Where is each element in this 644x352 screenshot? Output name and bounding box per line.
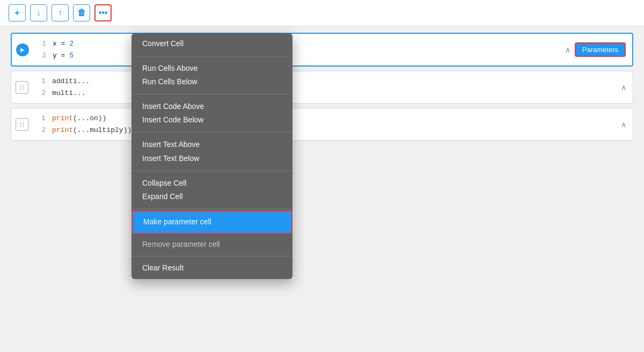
line-number: 1: [37, 113, 46, 124]
line-number: 1: [37, 76, 46, 87]
cells-area: ▶ 1 x = 2 2 y = 5 ∧ Parameters [ ]: [0, 26, 644, 147]
menu-insert-text-below[interactable]: Insert Text Below: [142, 152, 282, 165]
toolbar: + ↓ ↑ 🗑 •••: [0, 0, 644, 26]
cell1-line1: 1 x = 2: [33, 38, 559, 50]
delete-cell-button[interactable]: 🗑: [73, 4, 90, 21]
menu-insert-text-above[interactable]: Insert Text Above: [142, 138, 282, 151]
line-code: print(...multiply)): [52, 125, 131, 136]
run-button-cell3[interactable]: [ ]: [11, 108, 33, 140]
arrow-up-icon: ↑: [58, 8, 62, 18]
more-options-button[interactable]: •••: [94, 4, 112, 21]
context-menu: Convert Cell Run Cells Above Run Cells B…: [131, 33, 292, 279]
arrow-down-icon: ↓: [36, 8, 41, 18]
cell2-line2: 2 multi...: [33, 87, 614, 99]
line-number: 2: [37, 125, 46, 136]
menu-expand-cell[interactable]: Expand Cell: [142, 190, 282, 203]
cell1-right: ∧ Parameters: [559, 34, 632, 65]
menu-clear-result[interactable]: Clear Result: [131, 258, 292, 279]
cell-2: [ ] 1 additi... 2 multi... ∧: [11, 71, 633, 104]
line-number: 1: [38, 39, 46, 49]
menu-insert-code-above[interactable]: Insert Code Above: [142, 100, 282, 113]
menu-insert-text-section: Insert Text Above Insert Text Below: [131, 134, 292, 169]
collapse-icon[interactable]: ∧: [565, 46, 570, 54]
idle-indicator: [ ]: [16, 81, 28, 94]
cell-1: ▶ 1 x = 2 2 y = 5 ∧ Parameters: [11, 33, 633, 67]
cell1-code: 1 x = 2 2 y = 5: [33, 34, 559, 65]
line-code: multi...: [52, 88, 85, 99]
menu-divider-1: [131, 56, 292, 56]
cell-3: [ ] 1 print(...on)) 2 print(...multiply)…: [11, 108, 633, 141]
menu-insert-code-below[interactable]: Insert Code Below: [142, 113, 282, 127]
line-number: 2: [38, 50, 46, 61]
menu-divider-5: [131, 209, 292, 209]
cell3-right: ∧: [614, 108, 633, 140]
menu-run-cells-below[interactable]: Run Cells Below: [142, 75, 282, 89]
menu-run-cells-above[interactable]: Run Cells Above: [142, 62, 282, 75]
menu-collapse-cell[interactable]: Collapse Cell: [142, 177, 282, 190]
cell2-code: 1 additi... 2 multi...: [33, 71, 614, 103]
move-down-button[interactable]: ↓: [30, 4, 47, 21]
collapse-icon[interactable]: ∧: [621, 83, 626, 92]
menu-convert-cell[interactable]: Convert Cell: [131, 33, 292, 55]
line-code: print(...on)): [52, 113, 106, 124]
notebook-container: + ↓ ↑ 🗑 ••• ▶ 1 x = 2 2: [0, 0, 644, 352]
run-button-cell2[interactable]: [ ]: [11, 71, 33, 103]
move-up-button[interactable]: ↑: [52, 4, 69, 21]
menu-make-parameter-cell[interactable]: Make parameter cell: [131, 210, 292, 234]
add-cell-button[interactable]: +: [9, 4, 26, 21]
menu-remove-parameter-cell[interactable]: Remove parameter cell: [131, 234, 292, 255]
menu-divider-2: [131, 94, 292, 94]
run-circle-icon: ▶: [16, 43, 29, 56]
menu-divider-4: [131, 171, 292, 171]
idle-indicator: [ ]: [16, 118, 28, 131]
collapse-icon[interactable]: ∧: [621, 120, 626, 129]
run-button-cell1[interactable]: ▶: [12, 34, 33, 65]
menu-insert-code-section: Insert Code Above Insert Code Below: [131, 96, 292, 131]
cell3-code: 1 print(...on)) 2 print(...multiply)): [33, 108, 614, 140]
line-code: x = 2: [53, 39, 74, 49]
line-code: y = 5: [53, 50, 74, 61]
line-code: additi...: [52, 76, 90, 87]
line-number: 2: [37, 88, 46, 99]
trash-icon: 🗑: [77, 8, 86, 18]
menu-divider-3: [131, 132, 292, 133]
cell2-line1: 1 additi...: [33, 76, 614, 87]
cell3-line2: 2 print(...multiply)): [33, 124, 614, 136]
cell3-line1: 1 print(...on)): [33, 113, 614, 124]
cell2-right: ∧: [614, 71, 633, 103]
menu-divider-6: [131, 256, 292, 256]
menu-run-section: Run Cells Above Run Cells Below: [131, 57, 292, 93]
ellipsis-icon: •••: [99, 8, 108, 18]
menu-collapse-section: Collapse Cell Expand Cell: [131, 172, 292, 208]
parameters-badge: Parameters: [575, 42, 626, 57]
cell1-line2: 2 y = 5: [33, 50, 559, 62]
plus-icon: +: [14, 8, 19, 18]
